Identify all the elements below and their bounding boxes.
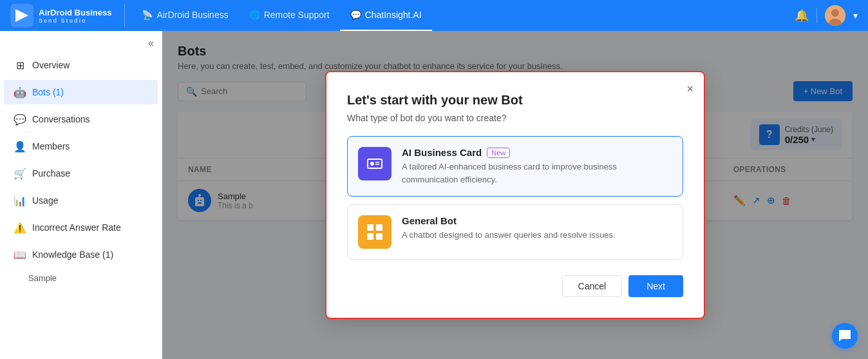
modal-subtitle: What type of bot do you want to create? [347, 113, 683, 123]
nav-tab-chatinsight[interactable]: 💬 ChatInsight.AI [340, 0, 432, 31]
sidebar-item-label: Members [32, 141, 70, 151]
chat-bubble-button[interactable] [832, 323, 858, 349]
nav-tab-label: Remote Support [264, 10, 330, 20]
sidebar-item-label: Usage [32, 195, 58, 206]
sidebar-sub-item-sample[interactable]: Sample [0, 268, 162, 288]
sidebar-item-label: Overview [32, 60, 70, 70]
svg-point-3 [831, 9, 839, 17]
nav-chevron-icon[interactable]: ▾ [853, 10, 858, 21]
cancel-button[interactable]: Cancel [562, 275, 623, 297]
ai-business-card-info: AI Business Card New A tailored AI-enhan… [402, 147, 672, 186]
next-button[interactable]: Next [628, 275, 683, 297]
new-badge: New [487, 148, 510, 158]
nav-tab-label: ChatInsight.AI [365, 10, 422, 20]
svg-point-6 [370, 162, 374, 166]
sidebar-item-bots[interactable]: 🤖 Bots (1) [4, 80, 158, 104]
sidebar-item-knowledge-base[interactable]: 📖 Knowledge Base (1) [4, 242, 158, 267]
modal-title: Let's start with your new Bot [347, 93, 683, 108]
layout: « ⊞ Overview 🤖 Bots (1) 💬 Conversations … [0, 31, 868, 359]
remote-support-icon: 🌐 [249, 10, 260, 20]
airdroid-icon: 📡 [142, 10, 153, 20]
warning-icon: ⚠️ [14, 222, 26, 233]
sidebar-item-label: Bots (1) [32, 87, 64, 97]
nav-tab-airdroid-business[interactable]: 📡 AirDroid Business [131, 0, 238, 31]
avatar[interactable] [825, 5, 845, 26]
main-content: Bots Here, you can create, test, embed, … [162, 31, 868, 359]
bot-type-ai-business-card[interactable]: AI Business Card New A tailored AI-enhan… [347, 136, 683, 197]
sidebar-sub-item-label: Sample [28, 273, 57, 283]
general-bot-icon [358, 215, 392, 249]
new-bot-modal: × Let's start with your new Bot What typ… [325, 71, 705, 319]
sidebar-collapse-button[interactable]: « [148, 37, 154, 49]
general-bot-title: General Bot [402, 215, 672, 226]
sidebar-item-usage[interactable]: 📊 Usage [4, 188, 158, 213]
nav-right: 🔔 ▾ [795, 5, 858, 26]
app-name: AirDroid Business [39, 8, 111, 17]
modal-footer: Cancel Next [347, 275, 683, 297]
grid-icon: ⊞ [14, 59, 26, 71]
general-bot-info: General Bot A chatbot designed to answer… [402, 215, 672, 242]
ai-card-icon [358, 147, 392, 180]
svg-rect-10 [376, 224, 382, 231]
app-subtitle: Send Studio [39, 17, 111, 24]
modal-overlay: × Let's start with your new Bot What typ… [162, 31, 868, 359]
bot-type-general-bot[interactable]: General Bot A chatbot designed to answer… [347, 204, 683, 260]
sidebar-item-label: Conversations [32, 114, 90, 124]
book-icon: 📖 [14, 249, 26, 260]
svg-rect-12 [376, 233, 382, 240]
notifications-icon[interactable]: 🔔 [795, 8, 809, 23]
sidebar: « ⊞ Overview 🤖 Bots (1) 💬 Conversations … [0, 31, 162, 359]
chat-bubble-icon: 💬 [14, 113, 26, 125]
sidebar-collapse-area: « [0, 31, 162, 52]
sidebar-item-members[interactable]: 👤 Members [4, 134, 158, 159]
person-icon: 👤 [14, 141, 26, 152]
bot-icon: 🤖 [14, 86, 26, 98]
sidebar-item-conversations[interactable]: 💬 Conversations [4, 107, 158, 131]
ai-business-card-title: AI Business Card New [402, 147, 672, 158]
nav-tab-label: AirDroid Business [156, 10, 228, 20]
cart-icon: 🛒 [14, 168, 26, 179]
modal-close-button[interactable]: × [686, 82, 693, 96]
nav-divider [816, 8, 817, 23]
sidebar-item-label: Knowledge Base (1) [32, 249, 113, 260]
sidebar-item-overview[interactable]: ⊞ Overview [4, 53, 158, 77]
sidebar-item-label: Incorrect Answer Rate [32, 222, 121, 233]
app-logo: AirDroid Business Send Studio [10, 4, 125, 27]
nav-tab-remote-support[interactable]: 🌐 Remote Support [239, 0, 340, 31]
general-bot-desc: A chatbot designed to answer queries and… [402, 229, 672, 242]
sidebar-item-purchase[interactable]: 🛒 Purchase [4, 161, 158, 186]
chart-icon: 📊 [14, 195, 26, 206]
top-nav: AirDroid Business Send Studio 📡 AirDroid… [0, 0, 868, 31]
ai-business-card-desc: A tailored AI-enhanced business card to … [402, 160, 672, 186]
sidebar-item-label: Purchase [32, 168, 70, 179]
sidebar-item-incorrect-answer-rate[interactable]: ⚠️ Incorrect Answer Rate [4, 215, 158, 240]
svg-rect-9 [367, 224, 373, 231]
chatinsight-icon: 💬 [350, 10, 361, 20]
svg-rect-11 [367, 233, 373, 240]
svg-rect-5 [368, 159, 382, 168]
